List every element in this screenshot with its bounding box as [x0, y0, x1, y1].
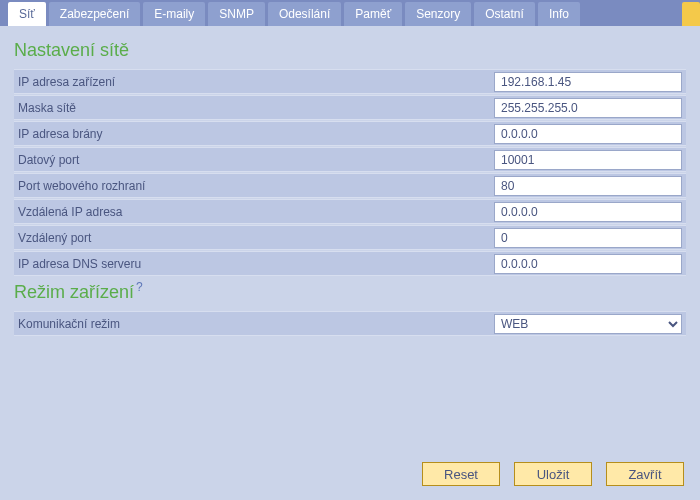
tab-label: Odesílání: [279, 7, 330, 21]
label-device-ip: IP adresa zařízení: [14, 75, 494, 89]
input-web-port[interactable]: [494, 176, 682, 196]
tab-label: Síť: [19, 7, 35, 21]
button-bar: Reset Uložit Zavřít: [422, 462, 684, 486]
tab-label: Paměť: [355, 7, 391, 21]
tab-memory[interactable]: Paměť: [344, 2, 402, 26]
input-data-port[interactable]: [494, 150, 682, 170]
label-data-port: Datový port: [14, 153, 494, 167]
tab-security[interactable]: Zabezpečení: [49, 2, 140, 26]
input-remote-ip[interactable]: [494, 202, 682, 222]
tab-label: E-maily: [154, 7, 194, 21]
row-netmask: Maska sítě: [14, 95, 686, 120]
tab-other[interactable]: Ostatní: [474, 2, 535, 26]
label-remote-port: Vzdálený port: [14, 231, 494, 245]
reset-button[interactable]: Reset: [422, 462, 500, 486]
section-title-mode-text: Režim zařízení: [14, 282, 134, 302]
row-remote-ip: Vzdálená IP adresa: [14, 199, 686, 224]
corner-button[interactable]: [682, 2, 700, 26]
row-dns-ip: IP adresa DNS serveru: [14, 251, 686, 276]
tab-label: SNMP: [219, 7, 254, 21]
tab-info[interactable]: Info: [538, 2, 580, 26]
input-gateway[interactable]: [494, 124, 682, 144]
input-dns-ip[interactable]: [494, 254, 682, 274]
content-area: Nastavení sítě IP adresa zařízení Maska …: [0, 26, 700, 336]
label-dns-ip: IP adresa DNS serveru: [14, 257, 494, 271]
tab-snmp[interactable]: SNMP: [208, 2, 265, 26]
section-title-mode: Režim zařízení?: [14, 280, 686, 303]
tab-sending[interactable]: Odesílání: [268, 2, 341, 26]
input-remote-port[interactable]: [494, 228, 682, 248]
help-icon[interactable]: ?: [136, 280, 143, 294]
tab-label: Info: [549, 7, 569, 21]
label-comm-mode: Komunikační režim: [14, 317, 494, 331]
row-device-ip: IP adresa zařízení: [14, 69, 686, 94]
label-netmask: Maska sítě: [14, 101, 494, 115]
row-gateway: IP adresa brány: [14, 121, 686, 146]
tab-label: Ostatní: [485, 7, 524, 21]
select-comm-mode[interactable]: WEB: [494, 314, 682, 334]
tab-label: Zabezpečení: [60, 7, 129, 21]
tab-label: Senzory: [416, 7, 460, 21]
label-gateway: IP adresa brány: [14, 127, 494, 141]
tab-bar: Síť Zabezpečení E-maily SNMP Odesílání P…: [0, 0, 700, 26]
tab-sensors[interactable]: Senzory: [405, 2, 471, 26]
row-web-port: Port webového rozhraní: [14, 173, 686, 198]
label-web-port: Port webového rozhraní: [14, 179, 494, 193]
save-button[interactable]: Uložit: [514, 462, 592, 486]
tab-network[interactable]: Síť: [8, 2, 46, 26]
row-data-port: Datový port: [14, 147, 686, 172]
row-remote-port: Vzdálený port: [14, 225, 686, 250]
close-button[interactable]: Zavřít: [606, 462, 684, 486]
input-device-ip[interactable]: [494, 72, 682, 92]
label-remote-ip: Vzdálená IP adresa: [14, 205, 494, 219]
row-comm-mode: Komunikační režim WEB: [14, 311, 686, 336]
section-title-network: Nastavení sítě: [14, 40, 686, 61]
input-netmask[interactable]: [494, 98, 682, 118]
tab-emails[interactable]: E-maily: [143, 2, 205, 26]
